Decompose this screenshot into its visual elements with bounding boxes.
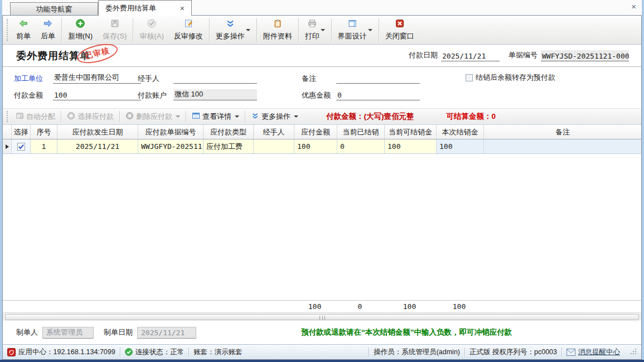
dropdown-arrow-icon[interactable] — [235, 115, 239, 118]
header-date[interactable]: 应付款发生日期 — [57, 125, 138, 139]
status-bar: 应用中心：192.168.1.134:7099 连接状态：正常 账套：演示账套 … — [3, 344, 641, 359]
x-circle-gray-icon — [125, 112, 134, 122]
gridbar-separator — [245, 111, 245, 122]
tab-nav-label: 功能导航窗 — [36, 4, 72, 15]
pay-account-field[interactable]: 微信 100 — [173, 89, 257, 100]
horizontal-scrollbar[interactable] — [3, 312, 641, 321]
cell-doc-no[interactable]: WWJGFYD-202511 — [138, 139, 204, 153]
save-floppy-icon — [110, 18, 120, 30]
cell-this-settle[interactable]: 100 — [437, 139, 484, 153]
tab-settlement-label: 委外费用结算单 — [105, 3, 156, 13]
toolbar-separator — [133, 18, 133, 42]
plus-circle-gray-icon — [67, 112, 75, 122]
close-red-icon — [395, 18, 405, 30]
processing-unit-field[interactable]: 爱普生中国有限公司 — [53, 73, 141, 84]
resize-grip-icon[interactable] — [630, 348, 637, 356]
next-doc-button[interactable]: 后单 — [36, 17, 60, 43]
scrollbar-thumb[interactable] — [5, 314, 639, 320]
cell-seq[interactable]: 1 — [31, 139, 57, 153]
main-content: 前单 后单 新增(N) 保存(S) 审核(A) 反审修改 — [2, 15, 642, 360]
header-select[interactable]: 选择 — [12, 125, 31, 139]
header-remark[interactable]: 备注 — [484, 125, 641, 139]
message-center-link[interactable]: 消息提醒中心 — [562, 347, 624, 357]
prev-doc-button[interactable]: 前单 — [11, 17, 36, 43]
prev-doc-label: 前单 — [16, 31, 31, 41]
attachments-button[interactable]: 附件资料 — [258, 17, 297, 43]
cell-amount[interactable]: 100 — [294, 139, 337, 153]
add-new-label: 新增(N) — [68, 31, 93, 41]
dropdown-arrow-icon[interactable] — [321, 29, 325, 31]
grid-more-actions-button[interactable]: 更多操作 — [246, 112, 303, 122]
cell-settleable[interactable]: 100 — [385, 139, 437, 153]
balance-to-prepay-label: 结销后余额转存为预付款 — [476, 73, 555, 83]
pay-amount-field[interactable]: 100 — [53, 89, 141, 100]
save-button: 保存(S) — [98, 17, 132, 43]
row-select-cell[interactable] — [12, 139, 31, 153]
header-this-settle[interactable]: 本次结销金 — [437, 125, 484, 139]
scrollbar-grip-icon — [319, 316, 325, 320]
more-actions-button[interactable]: 更多操作 — [211, 17, 255, 43]
header-handler[interactable]: 经手人 — [254, 125, 294, 139]
header-seq[interactable]: 序号 — [31, 125, 57, 139]
remark-field[interactable] — [336, 73, 420, 84]
license-status: 正式版 授权序列号：pc0003 — [465, 347, 561, 357]
green-check-icon — [125, 348, 133, 356]
attachments-label: 附件资料 — [263, 31, 292, 41]
gridbar-separator — [61, 111, 61, 122]
pay-date-field[interactable]: 2025/11/21 — [441, 50, 500, 61]
discount-field[interactable]: 0 — [336, 89, 420, 100]
tab-close-icon[interactable]: × — [180, 4, 185, 12]
cell-handler[interactable] — [254, 139, 294, 153]
tab-nav-window[interactable]: 功能导航窗 — [10, 2, 98, 16]
doc-no-label: 单据编号 — [509, 50, 538, 61]
tab-settlement-doc[interactable]: 委外费用结算单 × — [98, 0, 192, 16]
header-settleable[interactable]: 当前可结销金 — [385, 125, 437, 139]
document-header: 委外费用结算单 已审核 付款日期 2025/11/21 单据编号 WWFYJSD… — [3, 45, 641, 67]
processing-unit-link[interactable]: 加工单位 — [14, 73, 43, 84]
cell-type[interactable]: 应付加工费 — [204, 139, 254, 153]
auto-allocate-icon — [16, 112, 24, 122]
discount-label: 优惠金额 — [302, 89, 331, 100]
window-close-icon[interactable]: × — [631, 2, 636, 11]
grid-more-actions-label: 更多操作 — [262, 112, 290, 122]
message-center-text: 消息提醒中心 — [578, 347, 620, 357]
toolbar-separator — [209, 18, 210, 42]
table-row[interactable]: 1 2025/11/21 WWJGFYD-202511 应付加工费 100 0 … — [3, 139, 641, 154]
cell-settled[interactable]: 0 — [337, 139, 385, 153]
view-details-button[interactable]: 查看详情 — [187, 112, 244, 122]
print-label: 打印 — [305, 31, 319, 41]
print-button[interactable]: 打印 — [300, 17, 330, 43]
grid-toolbar: 自动分配 选择应付款 删除应付款 查看详情 更多操作 — [3, 108, 641, 125]
header-settled[interactable]: 当前已结销 — [337, 125, 385, 139]
dropdown-arrow-icon[interactable] — [368, 29, 372, 31]
close-window-button[interactable]: 关闭窗口 — [380, 17, 419, 43]
header-doc-no[interactable]: 应付款单据编号 — [138, 125, 204, 139]
add-new-button[interactable]: 新增(N) — [63, 17, 98, 43]
view-details-icon — [192, 112, 200, 122]
footer-bar: 制单人 系统管理员 制单日期 2025/11/21 预付款或退款请在“本次结销金… — [3, 321, 641, 344]
delete-payable-button: 删除应付款 — [121, 112, 185, 122]
amount-in-words-text: 付款金额：(大写)壹佰元整 — [326, 112, 414, 122]
balance-to-prepay-checkbox[interactable]: 结销后余额转存为预付款 — [466, 73, 555, 83]
dropdown-arrow-icon[interactable] — [294, 115, 298, 118]
header-type[interactable]: 应付款类型 — [204, 125, 254, 139]
remark-label: 备注 — [302, 73, 316, 84]
window-design-icon — [347, 18, 357, 30]
checkbox-unchecked-icon[interactable] — [466, 74, 473, 81]
cell-date[interactable]: 2025/11/21 — [57, 139, 138, 153]
checkbox-checked-icon — [17, 143, 25, 151]
settleable-amount-text: 可结算金额：0 — [447, 112, 496, 122]
toolbar-separator — [298, 18, 299, 42]
pay-account-label: 付款账户 — [138, 89, 167, 100]
app-center-status: 应用中心：192.168.1.134:7099 — [7, 347, 120, 357]
pay-date-label: 付款日期 — [409, 50, 438, 61]
unaudit-edit-button[interactable]: 反审修改 — [169, 17, 208, 43]
ui-design-button[interactable]: 界面设计 — [333, 17, 377, 43]
handler-field[interactable] — [173, 73, 257, 84]
view-details-label: 查看详情 — [202, 112, 231, 122]
app-window: 功能导航窗 委外费用结算单 × × 前单 后单 新增(N) — [0, 0, 644, 362]
maker-label: 制单人 — [16, 327, 38, 337]
dropdown-arrow-icon[interactable] — [246, 29, 250, 31]
header-amount[interactable]: 应付金额 — [294, 125, 337, 139]
cell-remark[interactable] — [484, 139, 641, 153]
